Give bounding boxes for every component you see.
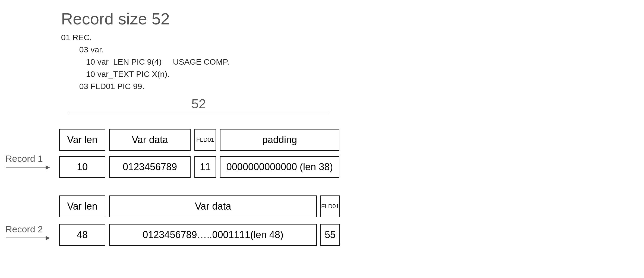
r1-val-fld01: 11 [194,156,216,178]
r2-val-vardata: 0123456789…..0001111(len 48) [109,224,317,246]
diagram-canvas: Record size 52 01 REC. 03 var. 10 var_LE… [0,0,644,278]
record1-arrow [6,167,49,168]
width-rule [69,113,330,113]
r1-hdr-padding: padding [220,129,339,151]
code-line: 10 var_LEN PIC 9(4) USAGE COMP. [61,57,229,66]
record2-arrow [6,238,49,238]
code-line: 01 REC. [61,33,92,42]
code-line: 03 FLD01 PIC 99. [61,82,144,91]
page-title: Record size 52 [61,10,170,28]
r2-val-varlen: 48 [59,224,105,246]
r2-hdr-varlen: Var len [59,195,105,217]
r2-val-fld01: 55 [320,224,340,246]
total-width-label: 52 [191,96,206,111]
r1-hdr-varlen: Var len [59,129,105,151]
cobol-definition: 01 REC. 03 var. 10 var_LEN PIC 9(4) USAG… [61,31,229,92]
record1-label: Record 1 [5,153,43,164]
r1-hdr-fld01: FLD01 [194,129,216,151]
r2-hdr-vardata: Var data [109,195,317,217]
record2-label: Record 2 [5,224,43,235]
code-line: 10 var_TEXT PIC X(n). [61,70,170,78]
r2-hdr-fld01: FLD01 [320,195,340,217]
r1-val-vardata: 0123456789 [109,156,191,178]
code-line: 03 var. [61,45,104,54]
r1-val-varlen: 10 [59,156,105,178]
r1-val-padding: 0000000000000 (len 38) [220,156,339,178]
r1-hdr-vardata: Var data [109,129,191,151]
